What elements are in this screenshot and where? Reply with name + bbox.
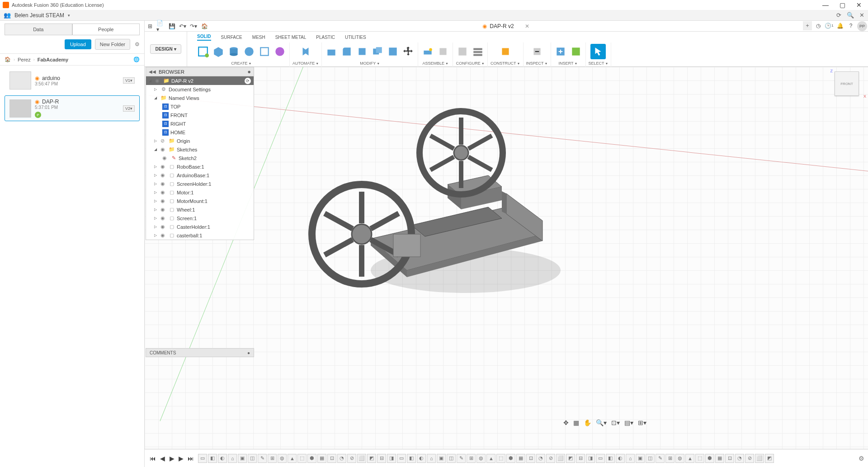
timeline-step[interactable]: ⬢ (506, 454, 515, 463)
close-panel-icon[interactable]: ✕ (859, 12, 864, 19)
tl-start-icon[interactable]: ⏮ (148, 455, 157, 462)
doc-tab[interactable]: ◉ DAP-R v2 ✕ (478, 21, 533, 31)
cylinder-icon[interactable] (227, 45, 241, 58)
presspull-icon[interactable] (325, 45, 338, 58)
browser-docset[interactable]: ▷⚙Document Settings (146, 85, 254, 94)
comments-toggle-icon[interactable]: ● (247, 350, 250, 355)
timeline-step[interactable]: ◔ (536, 454, 545, 463)
file-card[interactable]: ◉arduino 3:56:47 PM V1▾ (5, 68, 140, 93)
timeline-step[interactable]: ◐ (616, 454, 625, 463)
browser-comp[interactable]: ▷◉▢ArduinoBase:1 (146, 171, 254, 179)
inspect-icon[interactable] (529, 44, 545, 59)
timeline-step[interactable]: ◍ (278, 454, 287, 463)
close-icon[interactable]: ✕ (856, 1, 862, 9)
browser-origin[interactable]: ▷⊘📁Origin (146, 137, 254, 145)
tab-solid[interactable]: SOLID (197, 34, 211, 41)
browser-root[interactable]: ◢◉📁 DAP-R v2 ⟳ (146, 76, 254, 85)
zoom-icon[interactable]: 🔍▾ (596, 419, 607, 426)
timeline-step[interactable]: ◧ (208, 454, 217, 463)
view-front[interactable]: ⊡FRONT (146, 111, 254, 119)
orbit-icon[interactable]: ✥ (563, 419, 569, 426)
timeline-step[interactable]: ▣ (238, 454, 247, 463)
timeline-step[interactable]: ⬜ (357, 454, 366, 463)
timeline-step[interactable]: ✎ (457, 454, 466, 463)
file-menu-icon[interactable]: 📄▾ (156, 22, 165, 31)
timeline-step[interactable]: ✎ (258, 454, 267, 463)
timeline-step[interactable]: ◩ (566, 454, 575, 463)
browser-comp[interactable]: ▷◉▢casterball:1 (146, 231, 254, 240)
new-folder-button[interactable]: New Folder (95, 39, 130, 50)
timeline-step[interactable]: ⌂ (228, 454, 237, 463)
timeline-step[interactable]: ◐ (218, 454, 227, 463)
tl-end-icon[interactable]: ⏭ (186, 455, 195, 462)
view-right[interactable]: ⊡RIGHT (146, 119, 254, 128)
timeline-step[interactable]: ⬚ (297, 454, 307, 463)
file-version[interactable]: V2▾ (123, 105, 135, 112)
timeline-step[interactable]: ▭ (397, 454, 406, 463)
browser-comp[interactable]: ▷◉▢Screen:1 (146, 214, 254, 222)
browser-named-views[interactable]: ◢📁Named Views (146, 94, 254, 102)
home-icon[interactable]: 🏠 (200, 22, 209, 31)
fillet-icon[interactable] (340, 45, 354, 58)
redo-icon[interactable]: ↷▾ (189, 22, 198, 31)
bell-icon[interactable]: 🔔 (835, 21, 844, 30)
file-version[interactable]: V1▾ (123, 77, 135, 84)
browser-comp[interactable]: ▷◉▢Wheel:1 (146, 205, 254, 214)
root-badge[interactable]: ⟳ (245, 78, 251, 84)
notif-icon[interactable]: 🕒1 (825, 21, 834, 30)
timeline-step[interactable]: ▭ (596, 454, 605, 463)
timeline-step[interactable]: ◨ (586, 454, 595, 463)
timeline-step[interactable]: ⊞ (268, 454, 277, 463)
search-icon[interactable]: 🔍 (847, 12, 854, 19)
timeline-step[interactable]: ⊡ (327, 454, 336, 463)
timeline-settings-icon[interactable]: ⚙ (859, 455, 864, 462)
tab-mesh[interactable]: MESH (252, 35, 265, 40)
tl-play-icon[interactable]: ▶ (168, 455, 176, 462)
timeline-step[interactable]: ◧ (407, 454, 416, 463)
timeline-step[interactable]: ⊟ (576, 454, 585, 463)
select-icon[interactable] (590, 44, 606, 59)
timeline-step[interactable]: ⬢ (705, 454, 714, 463)
tl-prev-icon[interactable]: ◀ (159, 455, 166, 462)
display-icon[interactable]: ▤▾ (624, 419, 633, 426)
timeline-step[interactable]: ◍ (675, 454, 684, 463)
crumb-1[interactable]: Perez (18, 57, 31, 62)
team-dropdown-icon[interactable]: ▾ (68, 13, 70, 18)
timeline-step[interactable]: ◫ (646, 454, 655, 463)
timeline-step[interactable]: ◨ (387, 454, 396, 463)
pan-icon[interactable]: ✋ (584, 419, 591, 426)
timeline-step[interactable]: ◐ (417, 454, 426, 463)
tab-sheetmetal[interactable]: SHEET METAL (275, 35, 307, 40)
browser-comp[interactable]: ▷◉▢Motor:1 (146, 188, 254, 197)
tab-people[interactable]: People (72, 24, 140, 35)
tab-data[interactable]: Data (5, 24, 72, 35)
timeline-step[interactable]: ⊘ (546, 454, 555, 463)
view-cube[interactable] (835, 71, 859, 96)
timeline-step[interactable]: ◩ (765, 454, 774, 463)
comments-panel[interactable]: COMMENTS ● (146, 348, 254, 357)
upload-button[interactable]: Upload (65, 39, 91, 49)
help-icon[interactable]: ? (846, 21, 855, 30)
timeline-step[interactable]: ◧ (606, 454, 615, 463)
file-card[interactable]: ◉DAP-R 5:37:01 PM P V2▾ (5, 95, 140, 121)
timeline-step[interactable]: ◩ (367, 454, 376, 463)
minimize-icon[interactable]: ● (247, 68, 251, 75)
browser-comp[interactable]: ▷◉▢CasterHolder:1 (146, 222, 254, 231)
web-icon[interactable]: 🌐 (133, 57, 140, 62)
torus-icon[interactable] (258, 45, 271, 58)
timeline-step[interactable]: ◔ (337, 454, 346, 463)
undo-icon[interactable]: ↶▾ (178, 22, 187, 31)
timeline-step[interactable]: ▦ (317, 454, 326, 463)
extensions-icon[interactable]: ◷ (814, 21, 823, 30)
timeline-step[interactable]: ⬜ (556, 454, 565, 463)
refresh-icon[interactable]: ⟳ (836, 12, 841, 19)
timeline-step[interactable]: ▲ (486, 454, 495, 463)
timeline-step[interactable]: ⬢ (307, 454, 316, 463)
browser-comp[interactable]: ▷◉▢RoboBase:1 (146, 162, 254, 171)
view-top[interactable]: ⊡TOP (146, 102, 254, 111)
timeline-step[interactable]: ◔ (735, 454, 744, 463)
timeline-step[interactable]: ▲ (685, 454, 694, 463)
joint-icon[interactable] (421, 45, 434, 58)
timeline-step[interactable]: ⊘ (347, 454, 356, 463)
timeline-step[interactable]: ⊞ (665, 454, 675, 463)
